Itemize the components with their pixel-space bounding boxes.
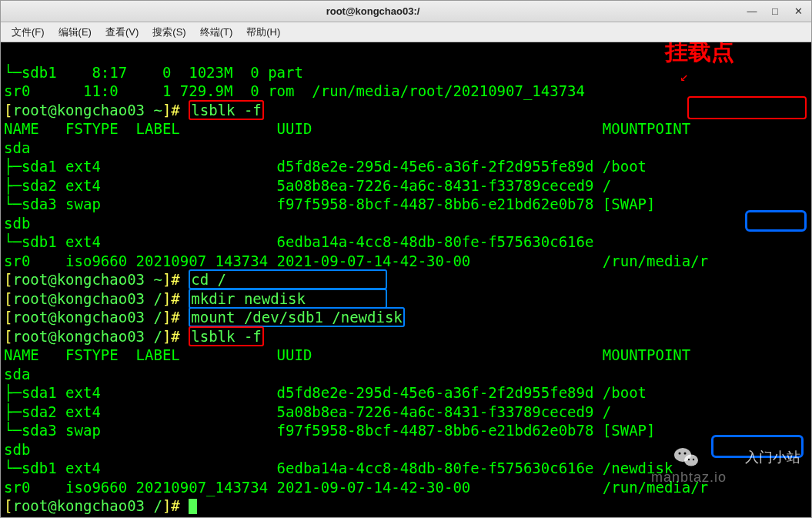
window-controls: — □ ✕ bbox=[745, 5, 811, 17]
output-line: ├─sda2 ext4 5a08b8ea-7226-4a6c-8431-f337… bbox=[4, 177, 611, 194]
titlebar[interactable]: root@kongchao03:/ — □ ✕ bbox=[1, 1, 811, 22]
output-line: sda bbox=[4, 366, 603, 383]
terminal-window: root@kongchao03:/ — □ ✕ 文件(F) 编辑(E) 查看(V… bbox=[0, 0, 812, 518]
annotation-mountpoint-label: 挂载点 bbox=[665, 42, 734, 62]
prompt-bracket: [ bbox=[4, 328, 12, 345]
menu-search[interactable]: 搜索(S) bbox=[146, 23, 192, 42]
menu-help[interactable]: 帮助(H) bbox=[240, 23, 286, 42]
wechat-watermark: 入门小站 bbox=[673, 408, 800, 506]
window-title: root@kongchao03:/ bbox=[326, 5, 420, 17]
wechat-label: 入门小站 bbox=[745, 448, 800, 467]
prompt-bracket: ]# bbox=[162, 328, 180, 345]
output-header: NAME FSTYPE LABEL UUID MOUNTPOINT bbox=[4, 120, 690, 137]
prompt-bracket: [ bbox=[4, 497, 12, 514]
output-line: sdb bbox=[4, 441, 603, 458]
menu-terminal[interactable]: 终端(T) bbox=[194, 23, 239, 42]
output-line: ├─sda2 ext4 5a08b8ea-7226-4a6c-8431-f337… bbox=[4, 403, 611, 420]
menu-edit[interactable]: 编辑(E) bbox=[52, 23, 98, 42]
svg-point-1 bbox=[684, 455, 698, 466]
output-line: ├─sda1 ext4 d5fd8e2e-295d-45e6-a36f-2f2d… bbox=[4, 384, 647, 401]
maximize-button[interactable]: □ bbox=[768, 5, 782, 17]
menubar: 文件(F) 编辑(E) 查看(V) 搜索(S) 终端(T) 帮助(H) bbox=[1, 22, 811, 42]
prompt-user: root@kongchao03 ~ bbox=[12, 102, 162, 119]
output-line: └─sdb1 ext4 6edba14a-4cc8-48db-80fe-f575… bbox=[4, 233, 603, 250]
prompt-user: root@kongchao03 ~ bbox=[12, 271, 162, 288]
highlighted-command-lsblk2: lsblk -f bbox=[189, 326, 264, 346]
prompt-bracket: ]# bbox=[162, 309, 180, 326]
output-line: └─sdb1 ext4 6edba14a-4cc8-48db-80fe-f575… bbox=[4, 460, 673, 476]
prompt-bracket: [ bbox=[4, 290, 12, 307]
output-line: └─sda3 swap f97f5958-8bcf-4487-8bb6-e21b… bbox=[4, 422, 655, 439]
prompt-bracket: ]# bbox=[162, 290, 180, 307]
output-header: NAME FSTYPE LABEL UUID MOUNTPOINT bbox=[4, 346, 690, 363]
highlighted-command-lsblk: lsblk -f bbox=[189, 100, 264, 120]
prompt-user: root@kongchao03 / bbox=[12, 290, 162, 307]
highlighted-command-mount: mount /dev/sdb1 /newdisk bbox=[189, 307, 405, 327]
svg-point-3 bbox=[684, 453, 687, 455]
menu-view[interactable]: 查看(V) bbox=[99, 23, 145, 42]
prompt-user: root@kongchao03 / bbox=[12, 497, 162, 514]
cursor bbox=[189, 499, 197, 514]
terminal-output[interactable]: └─sdb1 8:17 0 1023M 0 part sr0 11:0 1 72… bbox=[1, 42, 811, 517]
output-line: sda bbox=[4, 139, 603, 156]
output-line: └─sda3 swap f97f5958-8bcf-4487-8bb6-e21b… bbox=[4, 196, 655, 212]
output-line: ├─sda1 ext4 d5fd8e2e-295d-45e6-a36f-2f2d… bbox=[4, 158, 647, 175]
prompt-bracket: ]# bbox=[162, 497, 180, 514]
prompt-bracket: [ bbox=[4, 102, 12, 119]
svg-point-5 bbox=[693, 459, 694, 460]
highlighted-command-cd: cd / bbox=[189, 269, 387, 289]
highlight-box-mountpoint-header bbox=[687, 96, 807, 119]
wechat-icon bbox=[673, 408, 740, 506]
svg-point-2 bbox=[679, 453, 681, 455]
output-line: sr0 iso9660 20210907_143734 2021-09-07-1… bbox=[4, 479, 708, 496]
highlighted-command-mkdir: mkdir newdisk bbox=[189, 289, 387, 309]
minimize-button[interactable]: — bbox=[745, 5, 759, 17]
close-button[interactable]: ✕ bbox=[791, 5, 805, 17]
arrow-icon: ↙ bbox=[680, 67, 688, 86]
prompt-bracket: [ bbox=[4, 309, 12, 326]
prompt-bracket: ]# bbox=[162, 271, 180, 288]
output-line: sr0 iso9660 20210907_143734 2021-09-07-1… bbox=[4, 252, 708, 269]
prompt-user: root@kongchao03 / bbox=[12, 328, 162, 345]
prompt-bracket: [ bbox=[4, 271, 12, 288]
prompt-bracket: ]# bbox=[162, 102, 180, 119]
prompt-user: root@kongchao03 / bbox=[12, 309, 162, 326]
output-line: sdb bbox=[4, 215, 603, 232]
highlight-box-empty-mount bbox=[745, 210, 807, 232]
output-line: └─sdb1 8:17 0 1023M 0 part bbox=[4, 64, 312, 81]
menu-file[interactable]: 文件(F) bbox=[5, 23, 51, 42]
output-line: sr0 11:0 1 729.9M 0 rom /run/media/root/… bbox=[4, 82, 585, 99]
svg-point-4 bbox=[688, 459, 690, 460]
